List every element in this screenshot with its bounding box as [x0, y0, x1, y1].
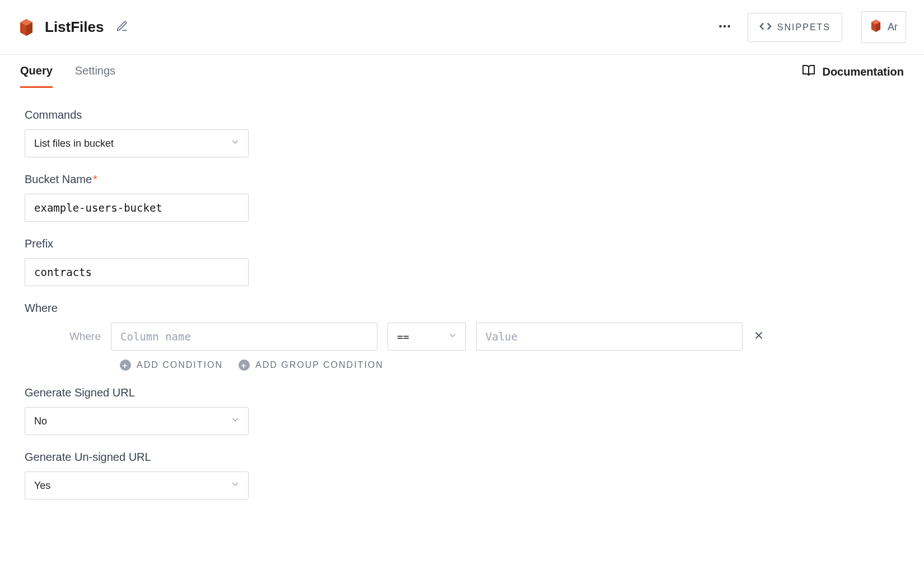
signed-url-value: No: [34, 415, 47, 427]
snippets-button[interactable]: SNIPPETS: [748, 13, 842, 42]
where-row-label: Where: [56, 330, 101, 343]
where-value-input[interactable]: Value: [476, 323, 743, 351]
field-bucket-name: Bucket Name* example-users-bucket: [25, 173, 899, 222]
unsigned-url-select[interactable]: Yes: [25, 471, 249, 499]
signed-url-select[interactable]: No: [25, 407, 249, 435]
query-form: Commands List files in bucket Bucket Nam…: [0, 88, 924, 535]
plus-circle-icon: +: [120, 359, 131, 371]
prefix-value: contracts: [34, 266, 92, 278]
documentation-link[interactable]: Documentation: [802, 64, 904, 80]
snippets-button-label: SNIPPETS: [777, 22, 830, 32]
truncated-right-button[interactable]: Ar: [861, 11, 906, 43]
chevron-down-icon: [230, 479, 240, 492]
svg-point-1: [724, 25, 726, 27]
field-signed-url: Generate Signed URL No: [25, 386, 899, 435]
condition-buttons-row: + ADD CONDITION + ADD GROUP CONDITION: [120, 359, 899, 371]
tab-query[interactable]: Query: [20, 55, 53, 88]
chevron-down-icon: [447, 330, 458, 343]
chevron-down-icon: [230, 415, 240, 428]
plus-circle-icon: +: [239, 359, 250, 371]
unsigned-url-label: Generate Un-signed URL: [25, 451, 899, 464]
bucket-name-input[interactable]: example-users-bucket: [25, 194, 249, 222]
add-condition-label: ADD CONDITION: [137, 360, 223, 370]
unsigned-url-value: Yes: [34, 480, 50, 492]
tab-bar: Query Settings Documentation: [0, 55, 924, 88]
remove-condition-icon[interactable]: [753, 329, 765, 344]
commands-select[interactable]: List files in bucket: [25, 129, 249, 157]
field-prefix: Prefix contracts: [25, 237, 899, 286]
add-condition-button[interactable]: + ADD CONDITION: [120, 359, 223, 371]
chevron-down-icon: [230, 137, 240, 150]
prefix-input[interactable]: contracts: [25, 258, 249, 286]
where-column-placeholder: Column name: [120, 330, 191, 343]
header-bar: ListFiles SNIPPETS Ar: [0, 0, 924, 54]
field-commands: Commands List files in bucket: [25, 109, 899, 157]
commands-label: Commands: [25, 109, 899, 122]
where-value-placeholder: Value: [486, 330, 517, 343]
signed-url-label: Generate Signed URL: [25, 386, 899, 399]
where-operator-value: ==: [397, 331, 409, 343]
truncated-right-label: Ar: [888, 21, 898, 33]
code-icon: [759, 20, 772, 35]
edit-title-icon[interactable]: [116, 20, 128, 35]
page-title: ListFiles: [45, 18, 104, 36]
where-operator-select[interactable]: ==: [388, 323, 466, 351]
where-section-label: Where: [25, 302, 899, 315]
required-star: *: [93, 173, 97, 185]
prefix-label: Prefix: [25, 237, 899, 250]
where-condition-row: Where Column name == Value: [56, 323, 899, 351]
bucket-name-label: Bucket Name*: [25, 173, 899, 186]
where-column-input[interactable]: Column name: [111, 323, 377, 351]
more-options-icon[interactable]: [712, 19, 738, 36]
bucket-name-value: example-users-bucket: [34, 202, 162, 214]
field-unsigned-url: Generate Un-signed URL Yes: [25, 451, 899, 499]
tab-settings[interactable]: Settings: [75, 55, 115, 88]
svg-point-2: [727, 25, 730, 27]
add-group-condition-label: ADD GROUP CONDITION: [255, 360, 384, 370]
book-icon: [802, 64, 815, 80]
add-group-condition-button[interactable]: + ADD GROUP CONDITION: [239, 359, 384, 371]
s3-bucket-icon-small: [870, 18, 882, 36]
documentation-label: Documentation: [822, 66, 904, 78]
svg-point-0: [719, 25, 721, 27]
commands-value: List files in bucket: [34, 138, 114, 150]
field-where: Where Where Column name == Value + ADD: [25, 302, 899, 371]
s3-bucket-icon: [18, 18, 35, 37]
